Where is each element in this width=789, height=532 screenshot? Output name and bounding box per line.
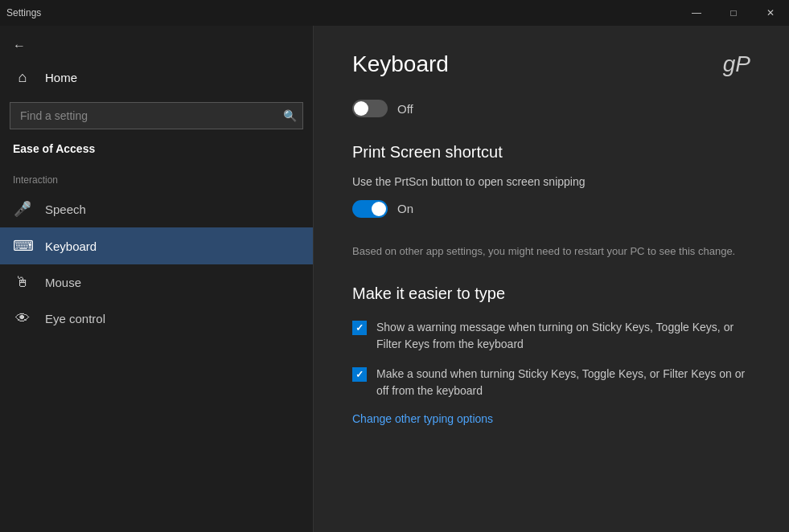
app-container: ← ⌂ Home 🔍 Ease of Access Interaction 🎤 … <box>0 26 789 532</box>
keyboard-toggle-label: Off <box>397 102 413 116</box>
eye-control-icon: 👁 <box>13 310 32 327</box>
keyboard-icon: ⌨ <box>13 237 32 255</box>
sidebar: ← ⌂ Home 🔍 Ease of Access Interaction 🎤 … <box>0 26 314 532</box>
keyboard-toggle-row: Off <box>352 100 750 117</box>
keyboard-toggle-knob <box>354 101 368 116</box>
titlebar-left: Settings <box>6 7 41 18</box>
back-button[interactable]: ← <box>0 32 313 59</box>
print-screen-toggle-knob <box>372 202 386 216</box>
mouse-icon: 🖱 <box>13 274 32 291</box>
back-arrow-icon: ← <box>13 39 26 53</box>
print-screen-toggle[interactable] <box>352 200 388 218</box>
page-title: Keyboard <box>352 51 449 77</box>
search-icon: 🔍 <box>283 109 297 122</box>
close-button[interactable]: ✕ <box>752 0 789 26</box>
checkbox-1-check: ✓ <box>355 322 364 334</box>
change-typing-options-link[interactable]: Change other typing options <box>352 412 750 425</box>
print-screen-toggle-row: On <box>352 200 750 218</box>
interaction-section-label: Interaction <box>0 168 313 190</box>
settings-title: Settings <box>6 7 41 18</box>
print-screen-toggle-label: On <box>397 202 413 215</box>
print-screen-section-title: Print Screen shortcut <box>352 143 750 162</box>
print-screen-note: Based on other app settings, you might n… <box>352 243 750 260</box>
sidebar-item-eye-control[interactable]: 👁 Eye control <box>0 301 313 337</box>
home-label: Home <box>45 71 77 84</box>
search-box: 🔍 <box>10 102 303 129</box>
brand-logo: gP <box>723 51 750 77</box>
checkbox-1[interactable]: ✓ <box>352 321 367 335</box>
sidebar-item-home[interactable]: ⌂ Home <box>0 59 313 96</box>
mouse-label: Mouse <box>45 276 81 289</box>
titlebar-controls: — □ ✕ <box>678 0 789 26</box>
checkbox-2-check: ✓ <box>355 369 364 380</box>
eye-control-label: Eye control <box>45 312 105 325</box>
sidebar-item-speech[interactable]: 🎤 Speech <box>0 190 313 227</box>
speech-icon: 🎤 <box>13 200 32 218</box>
checkbox-2-label: Make a sound when turning Sticky Keys, T… <box>376 366 750 399</box>
checkbox-item-1: ✓ Show a warning message when turning on… <box>352 319 750 353</box>
main-content: Keyboard gP Off Print Screen shortcut Us… <box>314 26 789 532</box>
sidebar-item-keyboard[interactable]: ⌨ Keyboard <box>0 227 313 264</box>
maximize-button[interactable]: □ <box>715 0 752 26</box>
checkbox-item-2: ✓ Make a sound when turning Sticky Keys,… <box>352 366 750 399</box>
type-section-title: Make it easier to type <box>352 284 750 303</box>
keyboard-label: Keyboard <box>45 239 97 253</box>
minimize-button[interactable]: — <box>678 0 715 26</box>
sidebar-item-mouse[interactable]: 🖱 Mouse <box>0 264 313 301</box>
keyboard-toggle[interactable] <box>352 100 388 117</box>
content-header: Keyboard gP <box>352 51 750 87</box>
print-screen-description: Use the PrtScn button to open screen sni… <box>352 174 750 190</box>
titlebar: Settings — □ ✕ <box>0 0 789 26</box>
search-input[interactable] <box>10 102 303 129</box>
ease-of-access-heading: Ease of Access <box>0 136 313 168</box>
checkbox-1-label: Show a warning message when turning on S… <box>376 319 750 353</box>
speech-label: Speech <box>45 203 86 216</box>
home-icon: ⌂ <box>13 69 32 86</box>
checkbox-2[interactable]: ✓ <box>352 367 367 382</box>
